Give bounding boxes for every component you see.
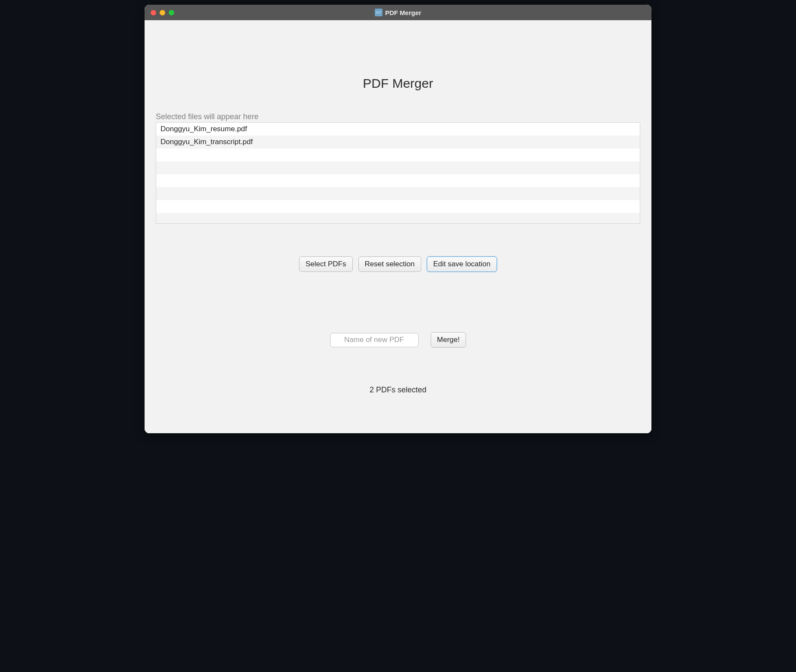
list-item[interactable]: Donggyu_Kim_transcript.pdf (156, 136, 640, 148)
app-window: PDF Merger PDF Merger Selected files wil… (144, 4, 652, 434)
list-item[interactable] (156, 161, 640, 174)
select-pdfs-button[interactable]: Select PDFs (299, 256, 352, 272)
reset-selection-button[interactable]: Reset selection (358, 256, 421, 272)
zoom-icon[interactable] (169, 10, 174, 15)
merge-row: Merge! (156, 332, 640, 348)
window-title-text: PDF Merger (385, 9, 421, 16)
edit-save-location-button[interactable]: Edit save location (427, 256, 497, 272)
list-item[interactable] (156, 174, 640, 187)
list-item[interactable] (156, 148, 640, 161)
window-title: PDF Merger (145, 9, 651, 16)
close-icon[interactable] (151, 10, 156, 15)
output-filename-field[interactable] (330, 333, 419, 347)
titlebar: PDF Merger (145, 5, 651, 20)
minimize-icon[interactable] (160, 10, 165, 15)
list-item[interactable] (156, 213, 640, 224)
files-list-label: Selected files will appear here (156, 112, 640, 121)
page-title: PDF Merger (156, 20, 640, 112)
files-list[interactable]: Donggyu_Kim_resume.pdf Donggyu_Kim_trans… (156, 122, 640, 224)
status-text: 2 PDFs selected (156, 385, 640, 395)
app-icon (375, 9, 383, 16)
list-item[interactable]: Donggyu_Kim_resume.pdf (156, 123, 640, 136)
action-button-row: Select PDFs Reset selection Edit save lo… (156, 256, 640, 272)
list-item[interactable] (156, 187, 640, 200)
list-item[interactable] (156, 200, 640, 213)
merge-button[interactable]: Merge! (431, 332, 466, 348)
content-area: PDF Merger Selected files will appear he… (145, 20, 651, 433)
traffic-lights (145, 10, 174, 15)
